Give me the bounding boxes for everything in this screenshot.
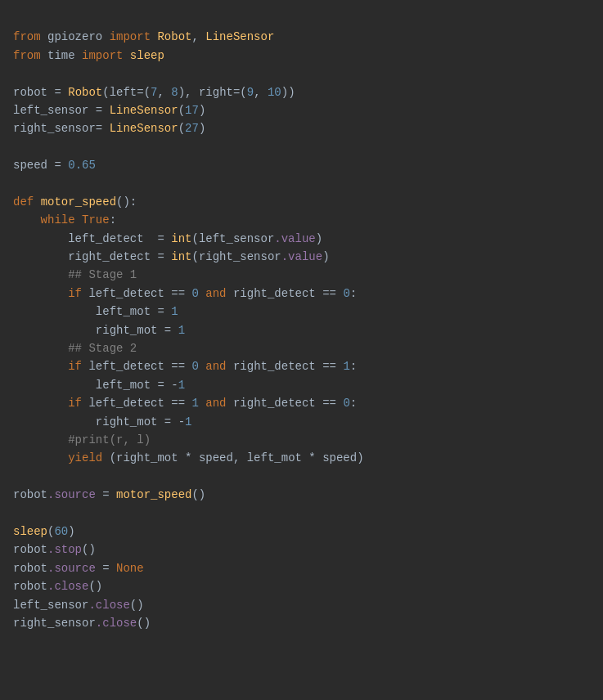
line-1: from gpiozero import Robot, LineSensor f… bbox=[13, 30, 364, 630]
code-editor: from gpiozero import Robot, LineSensor f… bbox=[13, 10, 590, 632]
